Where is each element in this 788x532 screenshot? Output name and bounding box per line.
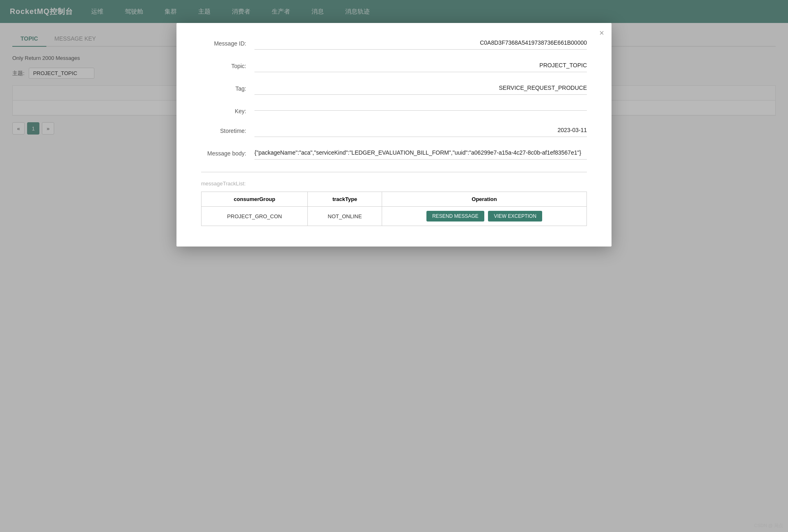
modal-overlay: × Message ID: C0A8D3F7368A5419738736E661…: [0, 0, 788, 532]
track-section: messageTrackList: consumerGroup trackTyp…: [201, 180, 587, 234]
field-label-message-id: Message ID:: [201, 39, 254, 47]
track-consumer-group: PROJECT_GRO_CON: [202, 207, 308, 226]
field-label-topic: Topic:: [201, 62, 254, 69]
field-label-message-body: Message body:: [201, 149, 254, 157]
track-table-header-operation: Operation: [382, 192, 586, 207]
track-table: consumerGroup trackType Operation PROJEC…: [201, 192, 587, 226]
field-key: Key:: [201, 107, 587, 114]
field-tag: Tag: SERVICE_REQUEST_PRODUCE: [201, 84, 587, 95]
field-value-tag: SERVICE_REQUEST_PRODUCE: [254, 84, 587, 91]
modal-close-button[interactable]: ×: [599, 29, 604, 37]
field-value-message-body: {"packageName":"aca","serviceKind":"LEDG…: [254, 149, 587, 156]
message-detail-modal: × Message ID: C0A8D3F7368A5419738736E661…: [176, 23, 612, 247]
field-message-id: Message ID: C0A8D3F7368A5419738736E661B0…: [201, 39, 587, 50]
track-type: NOT_ONLINE: [308, 207, 382, 226]
track-operations: RESEND MESSAGE VIEW EXCEPTION: [382, 207, 586, 226]
modal-divider: [201, 172, 587, 172]
field-label-storetime: Storetime:: [201, 127, 254, 134]
track-table-header-consumer-group: consumerGroup: [202, 192, 308, 207]
track-table-header-track-type: trackType: [308, 192, 382, 207]
field-value-storetime: 2023-03-11: [254, 127, 587, 133]
field-storetime: Storetime: 2023-03-11: [201, 127, 587, 137]
track-section-title: messageTrackList:: [201, 180, 587, 187]
modal-body: Message ID: C0A8D3F7368A5419738736E661B0…: [176, 23, 612, 247]
field-label-key: Key:: [201, 107, 254, 114]
resend-message-button[interactable]: RESEND MESSAGE: [426, 211, 484, 221]
field-label-tag: Tag:: [201, 84, 254, 92]
field-message-body: Message body: {"packageName":"aca","serv…: [201, 149, 587, 160]
watermark: CSDN @ 局点: [754, 523, 783, 529]
track-table-row: PROJECT_GRO_CON NOT_ONLINE RESEND MESSAG…: [202, 207, 587, 226]
view-exception-button[interactable]: VIEW EXCEPTION: [488, 211, 542, 221]
field-value-message-id: C0A8D3F7368A5419738736E661B00000: [254, 39, 587, 46]
field-topic: Topic: PROJECT_TOPIC: [201, 62, 587, 72]
field-value-topic: PROJECT_TOPIC: [254, 62, 587, 68]
